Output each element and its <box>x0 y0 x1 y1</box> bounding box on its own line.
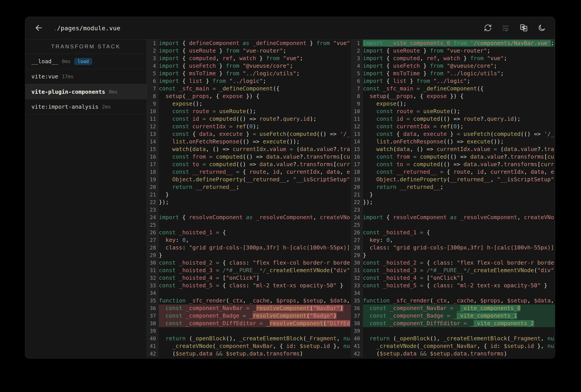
code-line: 8 setup(__props, { expose }) { <box>147 92 351 100</box>
code-line: 37 const _component_Badge = _resolveComp… <box>147 312 351 320</box>
code-line-content: const id = computed(() => route?.query.i… <box>363 115 555 123</box>
line-number: 16 <box>351 153 363 160</box>
back-button[interactable] <box>34 23 44 33</box>
code-line: 31const _hoisted_3 = /*#__PURE__*/_creat… <box>351 266 555 274</box>
line-number: 38 <box>351 320 363 327</box>
moon-icon <box>538 24 546 33</box>
code-line: 35function _sfc_render(_ctx, _cache, $pr… <box>147 297 351 304</box>
code-line-content: const _hoisted_2 = { class: "flex flex-c… <box>363 259 555 266</box>
code-line-content: return (_openBlock(), _createElementBloc… <box>159 335 351 342</box>
module-title: ./pages/module.vue <box>53 25 120 32</box>
code-line: 39 <box>147 327 351 335</box>
code-line-content: const _component_DiffEditor = __vite_com… <box>363 320 555 327</box>
code-line-content: const to = computed(() => data.value?.tr… <box>159 160 351 168</box>
code-line: 32const _hoisted_4 = ["onClick"] <box>147 274 351 282</box>
code-line: 12 const currentIdx = ref(0); <box>351 123 555 130</box>
code-line-content: const _sfc_main = _defineComponent({ <box>159 85 351 92</box>
code-line-content: return __returned__; <box>159 183 351 191</box>
line-number: 13 <box>351 130 363 138</box>
code-line-content: import { useFetch } from "@vueuse/core"; <box>159 62 351 70</box>
code-line-content <box>159 221 351 229</box>
code-line-content: const _hoisted_5 = { class: "ml-2 text-x… <box>159 282 351 289</box>
code-line: 38 const _component_DiffEditor = __vite_… <box>351 320 555 327</box>
code-line-content: } <box>363 252 555 259</box>
line-number: 18 <box>351 168 363 176</box>
line-number: 37 <box>147 312 159 320</box>
code-line: 23 <box>351 206 555 214</box>
line-number: 19 <box>147 176 159 183</box>
code-line-content: const route = useRoute(); <box>159 108 351 115</box>
code-line-content: const currentIdx = ref(0); <box>159 123 351 130</box>
code-line-content: Object.defineProperty(__returned__, "__i… <box>159 176 351 183</box>
line-number: 22 <box>147 198 159 206</box>
code-line: 20 return __returned__; <box>147 183 351 191</box>
line-number: 34 <box>147 289 159 297</box>
line-number: 42 <box>351 350 363 358</box>
code-line: 36 const _component_NavBar = __vite_comp… <box>351 304 555 312</box>
dark-mode-toggle-button[interactable] <box>538 24 546 33</box>
line-wrap-button[interactable] <box>502 24 510 33</box>
refresh-button[interactable] <box>484 24 492 33</box>
line-number: 15 <box>147 146 159 153</box>
line-number: 3 <box>147 54 159 62</box>
code-line: 40 return (_openBlock(), _createElementB… <box>351 335 555 342</box>
code-line: 16 const from = computed(() => data.valu… <box>147 153 351 160</box>
line-number: 11 <box>351 115 363 123</box>
module-title-prefix: . <box>53 25 57 32</box>
side-by-side-diff-button[interactable] <box>519 24 528 33</box>
code-line: 13 const { data, execute } = useFetch(co… <box>147 130 351 138</box>
line-number: 5 <box>147 70 159 77</box>
code-line: 29} <box>147 252 351 259</box>
code-line: 26const _hoisted_1 = { <box>147 229 351 236</box>
code-line-content: const { data, execute } = useFetch(compu… <box>159 130 351 138</box>
line-wrap-icon <box>502 24 510 33</box>
transform-stack-item[interactable]: __load__0msload <box>25 54 146 69</box>
code-line: 10 const route = useRoute(); <box>147 108 351 115</box>
code-line: 7const _sfc_main = _defineComponent({ <box>147 85 351 92</box>
code-line-content: watch(data, () => currentIdx.value = (da… <box>159 146 351 153</box>
code-line: 37 const _component_Badge = __vite_compo… <box>351 312 555 320</box>
code-line: 9 expose(); <box>351 100 555 108</box>
plugin-time: 2ms <box>102 104 111 110</box>
code-line: 6import { list } from "../logic"; <box>147 77 351 85</box>
transform-stack-item[interactable]: vite-plugin-components0ms <box>25 84 146 99</box>
code-line: 15 watch(data, () => currentIdx.value = … <box>351 146 555 153</box>
code-line-content: const _component_Badge = __vite_componen… <box>363 312 555 320</box>
line-number: 25 <box>147 221 159 229</box>
code-line-content: const _component_DiffEditor = _resolveCo… <box>159 320 351 327</box>
code-line: 2import { useRoute } from "vue-router"; <box>351 47 555 54</box>
line-number: 16 <box>147 153 159 160</box>
transform-stack-item[interactable]: vite:import-analysis2ms <box>25 99 146 114</box>
code-line: 26const _hoisted_1 = { <box>351 229 555 236</box>
code-line-content: import { list } from "../logic"; <box>159 77 351 85</box>
line-number: 37 <box>351 312 363 320</box>
plugin-name: vite:vue <box>32 73 58 80</box>
code-line-content: const __returned__ = { route, id, curren… <box>363 168 555 176</box>
line-number: 23 <box>351 206 363 214</box>
code-line: 39 <box>351 327 555 335</box>
load-badge: load <box>74 58 92 65</box>
transform-stack-item[interactable]: vite:vue17ms <box>25 69 146 84</box>
plugin-name: __load__ <box>32 58 58 64</box>
line-number: 3 <box>351 54 363 62</box>
arrow-left-icon <box>34 23 44 33</box>
line-number: 40 <box>351 335 363 342</box>
code-line: 12 const currentIdx = ref(0); <box>147 123 351 130</box>
plugin-time: 0ms <box>109 89 118 95</box>
line-number: 31 <box>351 266 363 274</box>
line-number: 4 <box>147 62 159 70</box>
code-line: 27 key: 0, <box>147 236 351 244</box>
code-line-content: function _sfc_render(_ctx, _cache, $prop… <box>159 297 351 304</box>
plugin-name: vite:import-analysis <box>32 104 98 110</box>
code-line-content: import { resolveComponent as _resolveCom… <box>159 214 351 221</box>
code-line-content: ($setup.data && $setup.data.transforms) <box>363 350 555 358</box>
code-line: 3import { computed, ref, watch } from "v… <box>351 54 555 62</box>
code-line: 9 expose(); <box>147 100 351 108</box>
code-line-content: import { defineComponent as _defineCompo… <box>159 40 351 47</box>
code-line: 1import __vite_components_0 from '/compo… <box>351 40 555 47</box>
code-line: 1import { defineComponent as _defineComp… <box>147 40 351 47</box>
code-line: 22}); <box>351 198 555 206</box>
code-line-content: const { data, execute } = useFetch(compu… <box>363 130 555 138</box>
code-line-content: class: "grid grid-cols-[300px,3fr] h-[ca… <box>159 244 351 252</box>
code-line-content: const _hoisted_5 = { class: "ml-2 text-x… <box>363 282 555 289</box>
